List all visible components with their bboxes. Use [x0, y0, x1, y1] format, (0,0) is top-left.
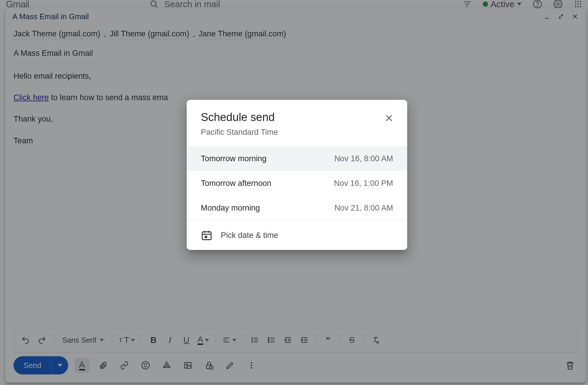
pick-date-time-button[interactable]: Pick date & time — [187, 221, 407, 250]
schedule-options-list: Tomorrow morning Nov 16, 8:00 AM Tomorro… — [187, 146, 407, 220]
option-time: Nov 16, 1:00 PM — [334, 179, 393, 188]
modal-subtitle: Pacific Standard Time — [201, 128, 393, 137]
schedule-send-modal: Schedule send Pacific Standard Time Tomo… — [187, 100, 407, 250]
option-time: Nov 16, 8:00 AM — [334, 154, 393, 163]
svg-rect-60 — [202, 232, 211, 240]
calendar-icon — [201, 229, 213, 241]
modal-close-button[interactable] — [382, 112, 395, 125]
option-label: Tomorrow morning — [201, 154, 267, 163]
option-label: Monday morning — [201, 204, 260, 213]
pick-date-label: Pick date & time — [221, 231, 278, 240]
option-time: Nov 21, 8:00 AM — [334, 204, 393, 213]
schedule-option[interactable]: Monday morning Nov 21, 8:00 AM — [187, 196, 407, 220]
schedule-option[interactable]: Tomorrow morning Nov 16, 8:00 AM — [187, 146, 407, 171]
modal-title: Schedule send — [201, 111, 393, 124]
close-icon — [384, 113, 394, 123]
svg-rect-64 — [205, 236, 207, 238]
schedule-option[interactable]: Tomorrow afternoon Nov 16, 1:00 PM — [187, 171, 407, 196]
option-label: Tomorrow afternoon — [201, 179, 271, 188]
